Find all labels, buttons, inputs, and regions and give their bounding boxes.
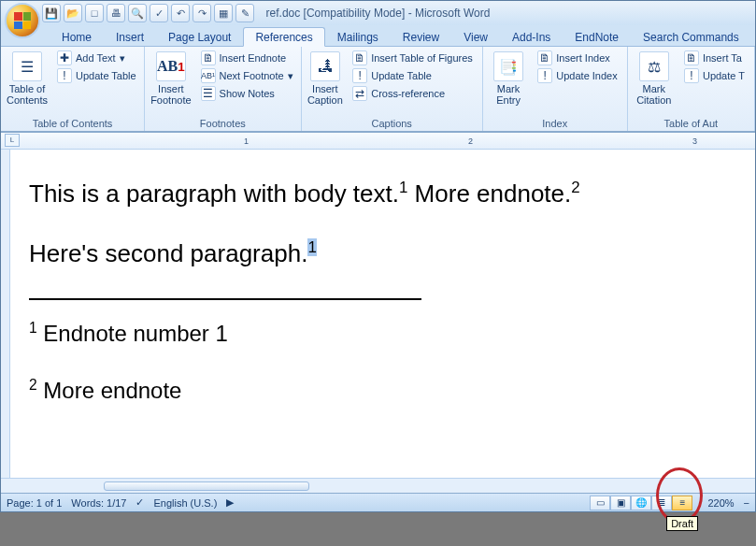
mark-citation-button[interactable]: ⚖ Mark Citation [634, 50, 675, 117]
horizontal-scrollbar[interactable] [1, 478, 755, 493]
document-area[interactable]: This is a paragraph with body text.1 Mor… [10, 150, 755, 478]
ribbon-tabstrip: Home Insert Page Layout References Maili… [1, 25, 755, 46]
scrollbar-thumb[interactable] [104, 481, 309, 491]
show-notes-button[interactable]: ☰Show Notes [197, 85, 297, 102]
p2-ref-selected[interactable]: 1 [307, 238, 316, 256]
tab-view[interactable]: View [451, 27, 500, 46]
add-text-button[interactable]: ✚Add Text ▾ [53, 50, 140, 66]
mark-citation-label: Mark Citation [636, 83, 671, 106]
quick-access-toolbar: 💾 📂 □ 🖶 🔍 ✓ ↶ ↷ ▦ ✎ [42, 4, 254, 22]
update-toa-button[interactable]: !Update T [680, 67, 749, 84]
citation-icon: ⚖ [639, 51, 669, 81]
insert-endnote-button[interactable]: 🗎Insert Endnote [197, 50, 297, 66]
view-buttons: ▭ ▣ 🌐 ≣ ≡ [590, 496, 692, 510]
index-icon: 🗎 [537, 50, 552, 65]
caption-icon: 🏞 [310, 51, 340, 81]
p1-text-a: This is a paragraph with body text. [29, 180, 399, 208]
office-logo-icon [14, 12, 31, 29]
qat-spell-icon[interactable]: ✓ [150, 4, 168, 22]
update-index-button[interactable]: !Update Index [534, 67, 620, 84]
paragraph-2[interactable]: Here's second paragraph.1 [29, 237, 736, 269]
status-words[interactable]: Words: 1/17 [71, 497, 126, 509]
next-icon: AB¹ [201, 68, 216, 83]
view-print-layout[interactable]: ▭ [590, 496, 610, 510]
status-page[interactable]: Page: 1 of 1 [7, 497, 62, 509]
qat-new-icon[interactable]: □ [85, 4, 104, 22]
view-outline[interactable]: ≣ [651, 496, 672, 510]
tab-search-commands[interactable]: Search Commands [631, 27, 751, 46]
insert-toa-label: Insert Ta [703, 52, 742, 64]
status-language[interactable]: English (U.S.) [153, 497, 217, 509]
tab-insert[interactable]: Insert [104, 27, 156, 46]
tab-endnote[interactable]: EndNote [563, 27, 631, 46]
group-toa-label: Table of Aut [634, 117, 749, 130]
qat-open-icon[interactable]: 📂 [64, 4, 82, 22]
plus-icon: ✚ [57, 50, 72, 65]
p1-ref-1[interactable]: 1 [399, 179, 407, 196]
endnote-2[interactable]: 2 More endnote [29, 376, 736, 405]
group-index-label: Index [489, 117, 621, 130]
p2-text: Here's second paragraph. [29, 239, 307, 267]
endnote-separator [29, 298, 421, 300]
update-index-label: Update Index [556, 70, 617, 81]
qat-preview-icon[interactable]: 🔍 [128, 4, 147, 22]
next-footnote-label: Next Footnote [220, 70, 284, 81]
p1-ref-2[interactable]: 2 [571, 179, 579, 196]
qat-print-icon[interactable]: 🖶 [107, 4, 125, 22]
view-draft[interactable]: ≡ [672, 496, 692, 510]
crossref-icon: ⇄ [352, 86, 367, 101]
update-captions-button[interactable]: !Update Table [349, 67, 477, 84]
group-toc-label: Table of Contents [7, 117, 138, 130]
en2-text: More endnote [37, 378, 182, 403]
group-footnotes-label: Footnotes [150, 117, 294, 130]
window-title: ref.doc [Compatibility Mode] - Microsoft… [266, 7, 491, 20]
insert-tof-button[interactable]: 🗎Insert Table of Figures [349, 50, 477, 66]
insert-caption-button[interactable]: 🏞 Insert Caption [307, 50, 344, 117]
mark-entry-button[interactable]: 📑 Mark Entry [489, 50, 528, 117]
update-icon: ! [352, 68, 367, 83]
tab-home[interactable]: Home [50, 27, 104, 46]
qat-save-icon[interactable]: 💾 [42, 4, 61, 22]
qat-undo-icon[interactable]: ↶ [171, 4, 190, 22]
qat-format-icon[interactable]: ✎ [235, 4, 254, 22]
view-full-screen[interactable]: ▣ [610, 496, 631, 510]
cross-reference-button[interactable]: ⇄Cross-reference [349, 85, 477, 102]
draft-tooltip: Draft [666, 516, 698, 531]
qat-table-icon[interactable]: ▦ [214, 4, 233, 22]
cross-reference-label: Cross-reference [371, 88, 445, 99]
insert-footnote-button[interactable]: AB1 Insert Footnote [150, 50, 191, 117]
en1-text: Endnote number 1 [37, 321, 228, 346]
update-table-button[interactable]: !Update Table [53, 67, 140, 84]
tab-review[interactable]: Review [391, 27, 451, 46]
group-captions-label: Captions [307, 117, 477, 130]
status-zoom[interactable]: 220% [707, 497, 734, 509]
toa-icon: 🗎 [684, 50, 699, 65]
endnote-1[interactable]: 1 Endnote number 1 [29, 319, 736, 348]
status-spell-icon[interactable]: ✓ [136, 496, 144, 509]
ruler-mark-1: 1 [244, 136, 249, 146]
table-of-contents-button[interactable]: ☰ Table of Contents [7, 50, 48, 117]
tab-page-layout[interactable]: Page Layout [156, 27, 243, 46]
ruler-corner-icon[interactable]: L [5, 134, 20, 147]
tab-add-ins[interactable]: Add-Ins [500, 27, 563, 46]
ruler-mark-2: 2 [468, 136, 473, 146]
mark-entry-icon: 📑 [493, 51, 523, 81]
insert-index-button[interactable]: 🗎Insert Index [534, 50, 620, 66]
horizontal-ruler[interactable]: L 1 2 3 [1, 133, 755, 150]
endnote-icon: 🗎 [201, 50, 216, 65]
insert-index-label: Insert Index [556, 52, 609, 64]
qat-redo-icon[interactable]: ↷ [193, 4, 211, 22]
office-button[interactable] [5, 3, 40, 38]
toc-icon: ☰ [12, 51, 42, 81]
paragraph-1[interactable]: This is a paragraph with body text.1 Mor… [29, 178, 736, 209]
next-footnote-button[interactable]: AB¹Next Footnote ▾ [197, 67, 297, 84]
zoom-out-icon[interactable]: − [744, 497, 749, 509]
insert-toa-button[interactable]: 🗎Insert Ta [680, 50, 749, 66]
vertical-ruler[interactable] [1, 150, 10, 478]
view-web-layout[interactable]: 🌐 [631, 496, 651, 510]
tab-mailings[interactable]: Mailings [325, 27, 391, 46]
insert-caption-label: Insert Caption [307, 83, 343, 106]
tab-references[interactable]: References [243, 27, 324, 47]
group-toc: ☰ Table of Contents ✚Add Text ▾ !Update … [1, 47, 145, 131]
status-macro-icon[interactable]: ▶ [226, 496, 234, 509]
